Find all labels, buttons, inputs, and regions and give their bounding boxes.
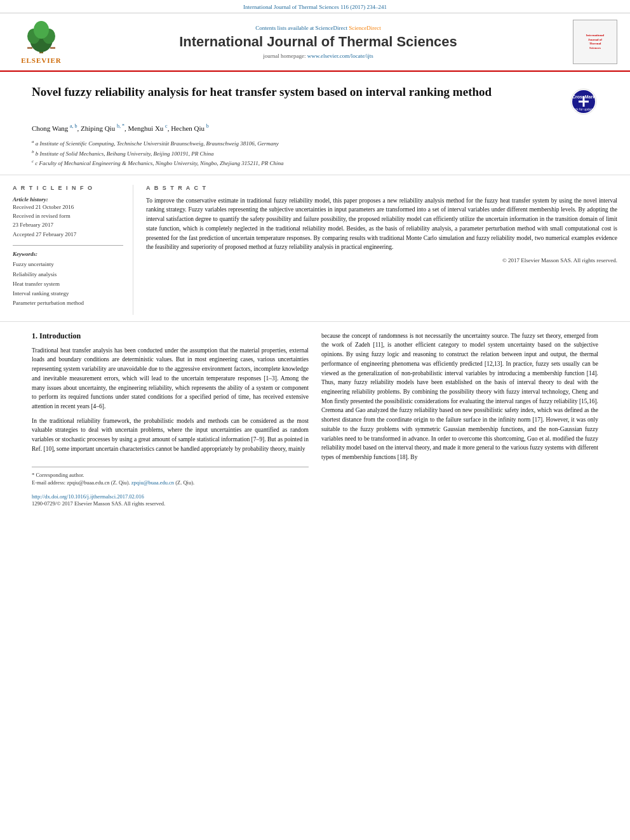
email-note: E-mail address: zpqiu@buaa.edu.cn (Z. Qi… bbox=[32, 479, 309, 487]
introduction-heading: 1. Introduction bbox=[32, 331, 309, 341]
revised-date: 23 February 2017 bbox=[13, 220, 123, 229]
elsevier-logo-area: ELSEVIER bbox=[13, 20, 70, 64]
journal-header: ELSEVIER Contents lists available at Sci… bbox=[0, 13, 630, 72]
two-column-body: 1. Introduction Traditional heat transfe… bbox=[32, 331, 598, 508]
affiliation-b: b b Institute of Solid Mechanics, Beihan… bbox=[32, 149, 598, 159]
journal-title-area: Contents lists available at ScienceDirec… bbox=[70, 25, 566, 59]
sciencedirect-line: Contents lists available at ScienceDirec… bbox=[70, 25, 566, 31]
article-history-section: Article history: Received 21 October 201… bbox=[13, 196, 123, 239]
email-link[interactable]: zpqiu@buaa.edu.cn bbox=[131, 479, 174, 486]
abstract-heading: A B S T R A C T bbox=[146, 185, 617, 191]
elsevier-tree-icon bbox=[22, 20, 60, 55]
article-info-column: A R T I C L E I N F O Article history: R… bbox=[13, 185, 133, 315]
article-title: Novel fuzzy reliability analysis for hea… bbox=[32, 84, 557, 100]
svg-rect-5 bbox=[27, 47, 32, 49]
keyword-4: Interval ranking strategy bbox=[13, 289, 123, 298]
issn-text: 1290-0729/© 2017 Elsevier Masson SAS. Al… bbox=[32, 500, 309, 508]
affiliation-c: c c Faculty of Mechanical Engineering & … bbox=[32, 158, 598, 168]
doi-text: http://dx.doi.org/10.1016/j.ijthermalsci… bbox=[32, 493, 309, 500]
accepted-date: Accepted 27 February 2017 bbox=[13, 230, 123, 239]
elsevier-brand-text: ELSEVIER bbox=[21, 57, 62, 64]
abstract-body: To improve the conservative estimate in … bbox=[146, 196, 617, 252]
affiliations: a a Institute of Scientific Computing, T… bbox=[32, 138, 598, 168]
crossmark-area: CrossMark click for updates bbox=[570, 88, 598, 116]
revised-label: Received in revised form bbox=[13, 211, 123, 220]
keyword-1: Fuzzy uncertainty bbox=[13, 260, 123, 269]
keywords-label: Keywords: bbox=[13, 251, 123, 257]
received-date: Received 21 October 2016 bbox=[13, 203, 123, 211]
intro-paragraph-2: In the traditional reliability framework… bbox=[32, 417, 309, 454]
abstract-column: A B S T R A C T To improve the conservat… bbox=[133, 185, 617, 315]
intro-paragraph-1: Traditional heat transfer analysis has b… bbox=[32, 346, 309, 411]
journal-citation-text: International Journal of Thermal Science… bbox=[243, 4, 387, 10]
svg-rect-6 bbox=[50, 47, 55, 49]
article-header: Novel fuzzy reliability analysis for hea… bbox=[0, 72, 630, 175]
crossmark-icon: CrossMark click for updates bbox=[570, 88, 598, 116]
article-info-abstract-section: A R T I C L E I N F O Article history: R… bbox=[0, 175, 630, 321]
footnote-area: * Corresponding author. E-mail address: … bbox=[32, 467, 309, 488]
journal-homepage: journal homepage: www.elsevier.com/locat… bbox=[70, 53, 566, 59]
svg-point-4 bbox=[34, 21, 49, 39]
keywords-section: Keywords: Fuzzy uncertainty Reliability … bbox=[13, 251, 123, 308]
journal-url[interactable]: www.elsevier.com/locate/ijts bbox=[307, 53, 373, 59]
body-content: 1. Introduction Traditional heat transfe… bbox=[0, 321, 630, 514]
journal-logo-right: InternationalJournal ofThermalSciences bbox=[566, 20, 617, 64]
divider bbox=[13, 245, 123, 246]
body-right-col: because the concept of randomness is not… bbox=[321, 331, 598, 508]
keyword-5: Parameter perturbation method bbox=[13, 298, 123, 308]
intro-paragraph-3: because the concept of randomness is not… bbox=[321, 331, 598, 462]
corresponding-note: * Corresponding author. bbox=[32, 471, 309, 479]
keyword-2: Reliability analysis bbox=[13, 270, 123, 279]
doi-footer: http://dx.doi.org/10.1016/j.ijthermalsci… bbox=[32, 493, 309, 508]
history-label: Article history: bbox=[13, 196, 123, 203]
sciencedirect-link[interactable]: ScienceDirect bbox=[349, 25, 380, 31]
journal-citation-bar: International Journal of Thermal Science… bbox=[0, 0, 630, 13]
body-left-col: 1. Introduction Traditional heat transfe… bbox=[32, 331, 309, 508]
keyword-3: Heat transfer system bbox=[13, 279, 123, 289]
authors-line: Chong Wang a, b, Zhiping Qiu b, *, Mengh… bbox=[32, 123, 598, 133]
svg-text:click for updates: click for updates bbox=[572, 107, 596, 111]
article-info-heading: A R T I C L E I N F O bbox=[13, 185, 123, 191]
journal-main-title: International Journal of Thermal Science… bbox=[70, 34, 566, 50]
affiliation-a: a a Institute of Scientific Computing, T… bbox=[32, 138, 598, 149]
journal-logo-box: InternationalJournal ofThermalSciences bbox=[573, 20, 617, 64]
copyright-text: © 2017 Elsevier Masson SAS. All rights r… bbox=[146, 257, 617, 263]
